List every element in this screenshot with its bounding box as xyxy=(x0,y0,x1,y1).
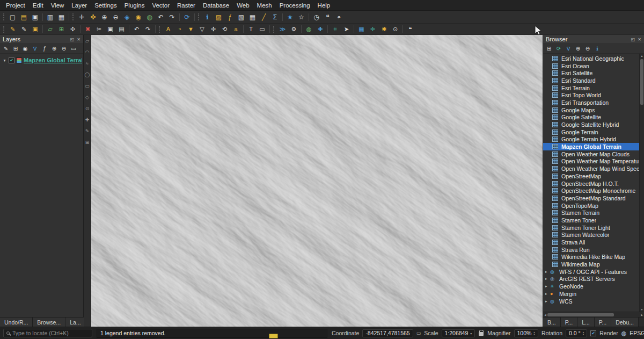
identify-features-icon[interactable]: ℹ xyxy=(202,12,213,22)
browser-item[interactable]: OpenTopoMap xyxy=(543,202,644,210)
layer-visibility-checkbox[interactable]: ✔ xyxy=(9,57,14,63)
raster-calculator-icon[interactable]: ▦ xyxy=(356,25,367,33)
expand-arrow-icon[interactable]: ▸ xyxy=(545,292,550,296)
map-tips-icon[interactable]: ❝ xyxy=(322,12,333,22)
statistical-summary-icon[interactable]: Σ xyxy=(269,12,281,22)
layer-labeling-icon[interactable]: A xyxy=(163,25,174,33)
browser-item[interactable]: OpenStreetMap H.O.T. xyxy=(543,180,644,187)
undo-icon[interactable]: ↶ xyxy=(131,25,142,33)
browser-provider-item[interactable]: ▸✳GeoNode xyxy=(543,283,644,290)
pan-to-selection-icon[interactable]: ✜ xyxy=(87,12,99,22)
menu-project[interactable]: Project xyxy=(2,0,29,10)
text-annotation-icon[interactable]: T xyxy=(245,25,257,33)
browser-item[interactable]: OpenStreetMap Standard xyxy=(543,194,644,202)
zoom-next-icon[interactable]: ↷ xyxy=(166,12,178,22)
add-group-icon[interactable]: ⊞ xyxy=(11,45,20,53)
show-spatial-bookmarks-icon[interactable]: ☆ xyxy=(296,12,307,22)
processing-toolbox-icon[interactable]: ⚙ xyxy=(288,25,299,33)
zoom-to-layer-icon[interactable]: ◍ xyxy=(144,12,155,22)
pointer-tool-icon[interactable]: ➤ xyxy=(341,25,352,33)
browser-close-icon[interactable]: ✕ xyxy=(638,37,641,42)
map-canvas[interactable] xyxy=(91,35,543,327)
open-attribute-table-icon[interactable]: ▦ xyxy=(247,12,258,22)
lock-scale-icon[interactable] xyxy=(479,332,484,336)
open-layer-styling-icon[interactable]: ✎ xyxy=(2,45,10,53)
expand-tree-icon[interactable]: ⊕ xyxy=(574,45,582,53)
remove-layer-icon[interactable]: ▭ xyxy=(69,45,78,53)
temporal-controller-icon[interactable]: ◷ xyxy=(311,12,322,22)
browser-item[interactable]: Esri Terrain xyxy=(543,84,644,92)
browser-float-icon[interactable]: ◱ xyxy=(631,37,635,42)
magnifier-spin-arrows[interactable]: ▴▾ xyxy=(533,331,535,336)
browser-item[interactable]: Strava All xyxy=(543,239,644,246)
collapse-all-icon[interactable]: ⊖ xyxy=(60,45,68,53)
menu-help[interactable]: Help xyxy=(314,0,334,10)
spin-down-icon[interactable]: ▾ xyxy=(533,333,535,336)
zoom-last-icon[interactable]: ↶ xyxy=(155,12,166,22)
new-print-layout-icon[interactable]: ▥ xyxy=(45,12,56,22)
paste-features-icon[interactable]: ▤ xyxy=(116,25,127,33)
pin-labels-icon[interactable]: ▼ xyxy=(185,25,196,33)
filter-legend-icon[interactable]: ∇ xyxy=(31,45,39,53)
form-annotation-icon[interactable]: ▭ xyxy=(257,25,268,33)
browser-item[interactable]: Google Terrain Hybrid xyxy=(543,136,644,143)
layer-diagram-icon[interactable]: ◔ xyxy=(174,25,185,33)
pan-map-icon[interactable]: ✛ xyxy=(76,12,87,22)
right-dock-tab-4[interactable]: Debu... xyxy=(611,318,639,327)
metasearch-icon[interactable]: ◍ xyxy=(303,25,314,33)
new-3d-map-view-icon[interactable]: ◓ xyxy=(333,12,345,22)
menu-vector[interactable]: Vector xyxy=(148,0,173,10)
rectangle-tool-icon[interactable]: ▭ xyxy=(85,83,90,89)
collapse-tree-icon[interactable]: ⊖ xyxy=(583,45,592,53)
menu-raster[interactable]: Raster xyxy=(173,0,199,10)
save-project-icon[interactable]: ▣ xyxy=(30,12,41,22)
digitize-curve-icon[interactable]: ◠ xyxy=(85,49,90,55)
menu-edit[interactable]: Edit xyxy=(29,0,47,10)
browser-item[interactable]: Wikimedia Map xyxy=(543,261,644,268)
left-dock-tab-2[interactable]: La... xyxy=(65,318,85,327)
zoom-out-icon[interactable]: ⊖ xyxy=(110,12,121,22)
magnifier-spinbox[interactable]: 100% ▴▾ xyxy=(514,329,538,337)
rotate-label-icon[interactable]: ⟲ xyxy=(219,25,230,33)
horizontal-scrollbar-thumb[interactable] xyxy=(547,313,614,316)
browser-item[interactable]: Stamen Toner Light xyxy=(543,224,644,232)
extents-icon[interactable]: ▭ xyxy=(416,330,421,336)
browser-provider-item[interactable]: ▸●Mergin xyxy=(543,290,644,298)
browser-item[interactable]: Open Weather Map Wind Speed xyxy=(543,165,644,172)
advanced-digitizing-icon[interactable]: ✚ xyxy=(85,117,90,122)
zoom-to-selection-icon[interactable]: ◉ xyxy=(133,12,144,22)
redo-icon[interactable]: ↷ xyxy=(142,25,153,33)
browser-item[interactable]: OpenStreetMap xyxy=(543,172,644,180)
browser-item[interactable]: Wikimedia Hike Bike Map xyxy=(543,254,644,261)
rotation-spinbox[interactable]: 0.0 ° ▴▾ xyxy=(566,329,587,337)
highlight-pinned-labels-icon[interactable]: ▽ xyxy=(196,25,208,33)
menu-view[interactable]: View xyxy=(47,0,68,10)
regular-polygon-tool-icon[interactable]: ◇ xyxy=(85,95,89,100)
rotation-spin-arrows[interactable]: ▴▾ xyxy=(583,331,584,336)
move-label-icon[interactable]: ✢ xyxy=(208,25,219,33)
save-layer-edits-icon[interactable]: ▣ xyxy=(30,25,41,33)
osm-place-search-icon[interactable]: ⊙ xyxy=(390,25,401,33)
show-layout-manager-icon[interactable]: ▦ xyxy=(56,12,67,22)
browser-item[interactable]: Esri Satellite xyxy=(543,69,644,77)
add-selected-layers-icon[interactable]: ⊞ xyxy=(545,45,553,53)
scroll-left-icon[interactable]: ◀ xyxy=(544,313,546,316)
right-dock-tab-2[interactable]: L... xyxy=(577,318,595,327)
cut-features-icon[interactable]: ✂ xyxy=(93,25,105,33)
new-spatial-bookmark-icon[interactable]: ★ xyxy=(284,12,296,22)
menu-settings[interactable]: Settings xyxy=(91,0,121,10)
select-by-expression-icon[interactable]: ƒ xyxy=(224,12,236,22)
expand-all-icon[interactable]: ⊕ xyxy=(50,45,58,53)
browser-item[interactable]: Strava Run xyxy=(543,246,644,254)
ellipse-tool-icon[interactable]: ⊙ xyxy=(85,106,90,111)
browser-properties-icon[interactable]: ℹ xyxy=(593,45,602,53)
right-dock-tab-0[interactable]: B... xyxy=(543,318,561,327)
select-by-location-icon[interactable]: ⌗ xyxy=(330,25,341,33)
open-project-icon[interactable]: ▤ xyxy=(18,12,30,22)
right-dock-tab-1[interactable]: P... xyxy=(561,318,577,327)
layer-row-mapzen-global-terrain[interactable]: ▾ ✔ Mapzen Global Terrain xyxy=(1,56,82,64)
browser-item[interactable]: Esri Ocean xyxy=(543,62,644,70)
filter-by-expression-icon[interactable]: ƒ xyxy=(40,45,49,53)
messages-panel-icon[interactable]: ❝ xyxy=(405,25,416,33)
digitize-segment-icon[interactable]: ▱ xyxy=(85,38,89,44)
